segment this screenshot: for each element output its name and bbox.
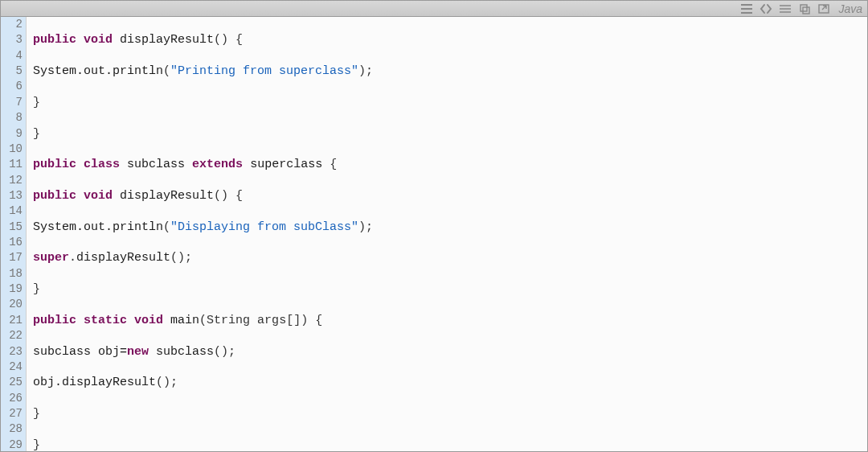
code-token: extends	[192, 158, 243, 171]
line-number: 29	[1, 438, 26, 451]
line-number: 2	[1, 17, 26, 32]
code-line[interactable]	[33, 173, 861, 188]
code-token	[185, 158, 192, 171]
menu-lines-icon[interactable]	[739, 2, 755, 15]
code-token	[76, 189, 84, 203]
code-token: System.out.	[33, 220, 113, 234]
code-line[interactable]	[33, 79, 861, 94]
code-line[interactable]	[33, 48, 861, 64]
code-line[interactable]: super.displayResult();	[33, 250, 861, 265]
code-token: }	[33, 407, 40, 421]
code-token: obj.	[33, 376, 62, 389]
code-line[interactable]: public void displayResult() {	[33, 188, 861, 203]
code-line[interactable]	[33, 203, 861, 219]
line-number: 8	[1, 110, 26, 125]
line-number: 13	[1, 188, 26, 203]
code-token	[76, 314, 84, 327]
line-number: 15	[1, 220, 26, 235]
editor-body: 2345678910111213141516171819202122232425…	[1, 17, 867, 451]
code-line[interactable]	[33, 17, 861, 32]
code-token: class	[84, 158, 120, 171]
code-token: new	[127, 345, 149, 359]
line-number: 14	[1, 203, 26, 219]
code-line[interactable]	[33, 421, 861, 437]
code-line[interactable]	[33, 328, 861, 343]
line-number: 21	[1, 313, 26, 328]
line-number: 12	[1, 173, 26, 188]
line-number: 18	[1, 266, 26, 281]
code-token: super	[33, 251, 69, 265]
code-token: static	[84, 314, 127, 327]
code-token: subclass obj=	[33, 345, 127, 359]
code-area[interactable]: public void displayResult() {System.out.…	[27, 17, 867, 451]
code-line[interactable]: }	[33, 281, 861, 297]
language-label: Java	[835, 2, 862, 15]
line-number: 16	[1, 235, 26, 250]
code-token: "Printing from superclass"	[170, 64, 358, 78]
code-token: displayResult	[62, 376, 156, 389]
code-token: .	[69, 251, 76, 265]
code-token: ();	[214, 345, 235, 359]
code-line[interactable]	[33, 266, 861, 281]
line-number: 20	[1, 297, 26, 312]
code-token: {	[322, 158, 337, 171]
code-token: (	[163, 220, 170, 234]
code-token: displayResult	[76, 251, 170, 265]
code-token: System.out.	[33, 64, 113, 78]
code-token: "Displaying from subClass"	[170, 220, 358, 234]
line-number: 22	[1, 328, 26, 343]
code-line[interactable]: subclass obj=new subclass();	[33, 344, 861, 360]
code-token: );	[358, 64, 373, 78]
code-token	[113, 33, 120, 47]
code-token	[76, 158, 84, 171]
lines-icon[interactable]	[777, 2, 793, 15]
code-token: );	[358, 220, 373, 234]
code-token	[163, 314, 170, 327]
line-number: 28	[1, 421, 26, 437]
line-number: 26	[1, 391, 26, 406]
code-token: (String args[]) {	[199, 314, 322, 327]
code-line[interactable]	[33, 110, 861, 125]
code-token	[127, 314, 134, 327]
code-line[interactable]: }	[33, 95, 861, 110]
code-token: public	[33, 33, 76, 47]
code-line[interactable]: public static void main(String args[]) {	[33, 313, 861, 328]
code-token: public	[33, 158, 76, 171]
code-line[interactable]: public void displayResult() {	[33, 32, 861, 47]
code-line[interactable]	[33, 391, 861, 406]
code-token: () {	[214, 189, 243, 203]
line-number: 6	[1, 79, 26, 94]
code-line[interactable]: System.out.println("Displaying from subC…	[33, 220, 861, 235]
code-token: public	[33, 314, 76, 327]
line-number: 10	[1, 142, 26, 157]
code-token: void	[134, 314, 163, 327]
code-line[interactable]: obj.displayResult();	[33, 375, 861, 390]
code-token	[120, 158, 127, 171]
code-token: ();	[170, 251, 192, 265]
code-token: }	[33, 438, 40, 451]
code-token: println	[113, 64, 163, 78]
code-line[interactable]	[33, 142, 861, 157]
line-number: 9	[1, 126, 26, 142]
code-token: main	[170, 314, 199, 327]
code-line[interactable]: }	[33, 406, 861, 421]
tags-icon[interactable]	[758, 2, 774, 15]
code-line[interactable]	[33, 235, 861, 250]
code-token	[76, 33, 84, 47]
code-line[interactable]	[33, 360, 861, 375]
code-editor-frame: Java 23456789101112131415161718192021222…	[0, 0, 868, 452]
copy-icon[interactable]	[796, 2, 813, 15]
code-token: public	[33, 189, 76, 203]
code-line[interactable]: }	[33, 126, 861, 142]
code-token: println	[113, 220, 163, 234]
code-line[interactable]: System.out.println("Printing from superc…	[33, 64, 861, 79]
open-external-icon[interactable]	[816, 2, 832, 15]
line-number: 23	[1, 344, 26, 360]
line-number: 5	[1, 64, 26, 79]
code-line[interactable]: }	[33, 438, 861, 451]
code-line[interactable]: public class subclass extends superclass…	[33, 157, 861, 172]
code-line[interactable]	[33, 297, 861, 312]
line-number: 7	[1, 95, 26, 110]
code-token: }	[33, 282, 40, 296]
line-number-gutter: 2345678910111213141516171819202122232425…	[1, 17, 27, 451]
